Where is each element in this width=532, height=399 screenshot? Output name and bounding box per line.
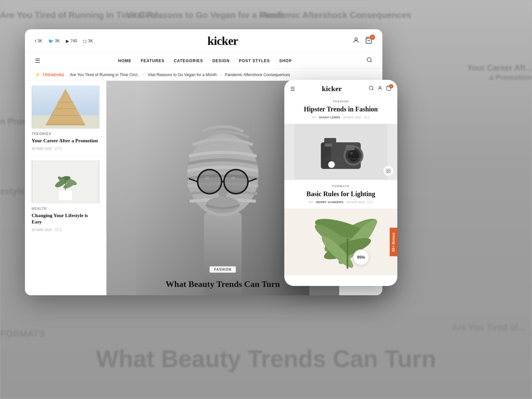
svg-point-25 <box>198 170 221 194</box>
bg-right-2: a Promotion <box>489 73 532 82</box>
youtube-count: 740 <box>70 39 77 43</box>
mobile-author-1: DIANA LEWIS <box>319 116 340 119</box>
social-links: f 3K 🐦 3K ▶ 740 ◻ 3K <box>35 39 93 44</box>
mobile-user-icon[interactable] <box>377 85 383 92</box>
mobile-comment-2: 0 <box>367 200 372 204</box>
hamburger-menu[interactable]: ☰ <box>35 57 40 65</box>
svg-rect-46 <box>325 143 332 147</box>
twitter-link[interactable]: 🐦 3K <box>48 39 60 44</box>
mobile-article-1-title[interactable]: Hipster Trends in Fashion <box>290 105 391 113</box>
search-icon[interactable] <box>366 57 372 65</box>
nav-home[interactable]: HOME <box>118 59 131 63</box>
svg-line-33 <box>372 89 373 90</box>
facebook-icon: f <box>35 39 36 44</box>
article-1-title[interactable]: Your Career After a Promotion <box>32 138 99 144</box>
nav-features[interactable]: FEATURES <box>141 59 164 63</box>
nav-post-styles[interactable]: POST STYLES <box>239 59 270 63</box>
mobile-search-icon[interactable] <box>369 85 374 92</box>
site-logo[interactable]: kicker <box>207 34 238 48</box>
mobile-article-2-category: FORMATS <box>290 185 391 188</box>
mobile-cart-icon[interactable]: 0 <box>386 85 391 92</box>
article-1-comments: 2 <box>55 147 62 151</box>
bg-bottom-right: Are You Tired of... <box>452 322 525 332</box>
svg-point-2 <box>367 58 371 62</box>
mobile-date-1: 28 MAR 2020 <box>343 116 361 119</box>
percentage-value: 95% <box>357 255 365 260</box>
svg-point-34 <box>379 86 381 88</box>
mobile-author-2: HENRY SANDERS <box>316 200 343 204</box>
mobile-hamburger[interactable]: ☰ <box>290 86 295 92</box>
user-icon[interactable] <box>352 37 360 46</box>
svg-line-3 <box>370 61 371 62</box>
mobile-card: ☰ kicker 0 FASHION Hipster Trends in Fas… <box>284 80 397 286</box>
trending-item-1[interactable]: Are You Tired of Running in Time Circl.. <box>70 72 139 77</box>
article-1-date: 30 MAR 2020 <box>32 147 52 151</box>
article-2-title[interactable]: Changing Your Lifestyle is Easy <box>32 212 99 225</box>
nav-design[interactable]: DESIGN <box>212 59 230 63</box>
article-2-category: HEALTH <box>32 207 99 210</box>
trending-label: ⚡ TRENDING <box>35 72 65 77</box>
left-column: THEORIES Your Career After a Promotion 3… <box>25 81 106 295</box>
bg-right-1: Your Career Aft... <box>467 63 532 72</box>
mobile-article-1-meta: BY DIANA LEWIS 28 MAR 2020 0 <box>290 116 391 119</box>
nav-categories[interactable]: CATEGORIES <box>174 59 203 63</box>
svg-point-45 <box>328 161 335 168</box>
instagram-link[interactable]: ◻ 3K <box>83 39 93 44</box>
plant-section: 95% 60+ Demos <box>284 209 397 275</box>
instagram-icon: ◻ <box>83 39 87 44</box>
svg-point-31 <box>231 176 236 179</box>
article-1-meta: 30 MAR 2020 2 <box>32 147 99 151</box>
instagram-count: 3K <box>88 39 93 43</box>
trending-item-2[interactable]: Vital Reasons to Go Vegan for a Month <box>148 72 217 77</box>
mobile-article-2-meta: BY HENRY SANDERS 28 MAR 2020 0 <box>290 200 391 204</box>
bg-bottom-big: What Beauty Trends Can Turn <box>0 345 532 372</box>
svg-point-30 <box>205 176 209 179</box>
mobile-comment-1: 0 <box>364 116 369 119</box>
mobile-by-1: BY <box>312 116 316 119</box>
svg-point-26 <box>224 170 248 194</box>
svg-point-49 <box>387 170 388 171</box>
header-actions: 0 <box>352 37 372 46</box>
svg-point-43 <box>350 152 353 155</box>
svg-point-32 <box>369 86 373 90</box>
article-card-1: THEORIES Your Career After a Promotion 3… <box>25 81 106 156</box>
article-1-category: THEORIES <box>32 132 99 136</box>
article-2-meta: 30 MAR 2020 2 <box>32 228 99 232</box>
bg-text-3: Pandemic Aftershock Consequences <box>259 10 411 20</box>
hero-category-label: FASHION <box>209 266 236 273</box>
mobile-logo[interactable]: kicker <box>322 84 342 93</box>
mobile-date-2: 28 MAR 2020 <box>346 200 364 204</box>
mobile-header: ☰ kicker 0 <box>284 80 397 96</box>
mobile-article-2-title[interactable]: Basic Rules for Lighting <box>290 190 391 198</box>
trending-bar: ⚡ TRENDING Are You Tired of Running in T… <box>25 69 382 81</box>
svg-rect-44 <box>346 145 354 150</box>
trending-dot-1: • <box>143 72 144 77</box>
mobile-article-1-category: FASHION <box>290 100 391 103</box>
demos-button[interactable]: 60+ Demos <box>390 228 397 256</box>
article-2-image <box>32 160 99 203</box>
youtube-icon: ▶ <box>66 39 69 44</box>
camera-image <box>284 124 397 180</box>
cart-icon[interactable]: 0 <box>365 37 372 46</box>
image-expand-icon[interactable] <box>383 166 393 176</box>
youtube-link[interactable]: ▶ 740 <box>66 39 77 44</box>
trending-item-3[interactable]: Pandemic Aftershock Consequences <box>225 72 290 77</box>
mobile-cart-badge: 0 <box>389 84 393 88</box>
percentage-badge: 95% <box>353 249 369 265</box>
article-2-comments: 2 <box>55 228 62 232</box>
svg-point-24 <box>206 197 240 213</box>
facebook-count: 3K <box>38 39 43 43</box>
twitter-count: 3K <box>55 39 60 43</box>
trending-dot-2: • <box>220 72 221 77</box>
article-1-image <box>32 85 99 129</box>
facebook-link[interactable]: f 3K <box>35 39 42 44</box>
trending-items: Are You Tired of Running in Time Circl..… <box>70 72 290 77</box>
article-2-date: 30 MAR 2020 <box>32 228 52 232</box>
header: f 3K 🐦 3K ▶ 740 ◻ 3K kicker <box>25 29 382 53</box>
article-card-2: HEALTH Changing Your Lifestyle is Easy 3… <box>25 156 106 236</box>
mobile-content[interactable]: FASHION Hipster Trends in Fashion BY DIA… <box>284 96 397 286</box>
mobile-article-formats: FORMATS Basic Rules for Lighting BY HENR… <box>284 180 397 209</box>
lightning-icon: ⚡ <box>35 72 41 77</box>
navigation: ☰ HOME FEATURES CATEGORIES DESIGN POST S… <box>25 53 382 69</box>
nav-shop[interactable]: SHOP <box>279 59 292 63</box>
